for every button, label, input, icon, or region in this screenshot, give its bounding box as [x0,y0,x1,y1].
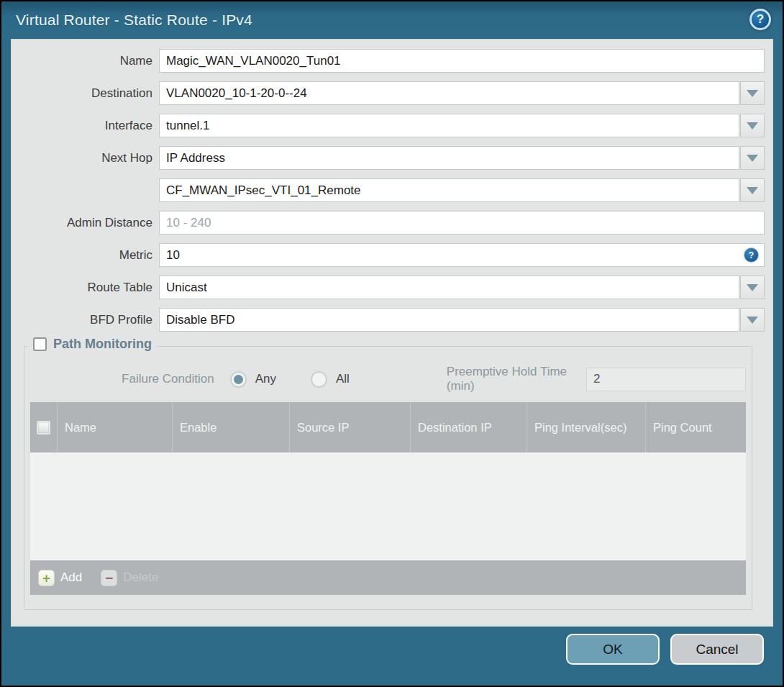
name-row: Name [12,49,765,73]
dialog-footer: OK Cancel [566,634,764,665]
column-header-enable[interactable]: Enable [173,402,290,452]
path-monitoring-table: Name Enable Source IP Destination IP Pin… [30,402,746,595]
add-button[interactable]: + Add [38,570,82,586]
next-hop-type-input[interactable] [159,146,739,170]
interface-row: Interface [12,114,765,137]
path-monitoring-fieldset: Path Monitoring Failure Condition Any Al… [24,346,752,610]
column-header-ping-interval[interactable]: Ping Interval(sec) [527,402,646,452]
next-hop-address-input[interactable] [159,178,739,202]
chevron-down-icon [747,284,758,291]
interface-dropdown-button[interactable] [740,114,765,137]
metric-help-icon[interactable]: ? [744,247,759,263]
preemptive-hold-time-input[interactable] [586,368,746,391]
failure-condition-all-radio[interactable]: All [311,371,350,388]
bfd-profile-dropdown-button[interactable] [740,308,765,332]
failure-condition-any-label: Any [255,372,276,386]
metric-row: Metric ? [12,243,765,267]
table-footer-toolbar: + Add − Delete [30,560,746,595]
admin-distance-label: Admin Distance [12,216,159,230]
path-monitoring-legend-label: Path Monitoring [53,337,152,352]
column-header-ping-count[interactable]: Ping Count [646,402,746,452]
delete-button-label: Delete [123,570,158,585]
delete-button[interactable]: − Delete [101,570,158,586]
interface-input[interactable] [159,114,739,137]
dialog-title: Virtual Router - Static Route - IPv4 [16,12,252,29]
metric-label: Metric [12,248,159,263]
ok-button[interactable]: OK [566,634,660,665]
name-label: Name [12,54,159,68]
column-header-destination-ip[interactable]: Destination IP [411,402,527,452]
route-table-label: Route Table [12,281,159,295]
path-monitoring-legend: Path Monitoring [27,337,158,352]
column-header-source-ip[interactable]: Source IP [290,402,411,452]
chevron-down-icon [747,122,758,129]
next-hop-address-row [12,178,765,202]
radio-unselected-icon [311,371,327,388]
chevron-down-icon [747,155,758,162]
interface-label: Interface [12,119,159,133]
destination-label: Destination [12,86,159,101]
path-monitoring-checkbox[interactable] [33,337,47,351]
failure-condition-row: Failure Condition Any All Preemptive Hol… [30,367,746,391]
cancel-button[interactable]: Cancel [670,634,764,665]
table-header-row: Name Enable Source IP Destination IP Pin… [30,402,746,452]
next-hop-row: Next Hop [12,146,765,170]
admin-distance-input[interactable] [159,211,765,235]
plus-icon: + [38,570,55,586]
preemptive-hold-time-label: Preemptive Hold Time (min) [447,365,580,393]
admin-distance-row: Admin Distance [12,211,765,235]
table-body-empty [30,452,746,560]
failure-condition-any-radio[interactable]: Any [230,371,276,388]
chevron-down-icon [747,90,758,97]
chevron-down-icon [747,187,758,194]
bfd-profile-input[interactable] [159,308,739,332]
radio-selected-icon [230,371,247,388]
select-all-checkbox[interactable] [37,421,50,435]
static-route-dialog: Virtual Router - Static Route - IPv4 ? N… [0,0,784,687]
route-table-dropdown-button[interactable] [740,276,765,299]
next-hop-label: Next Hop [12,151,159,165]
dialog-titlebar: Virtual Router - Static Route - IPv4 ? [1,1,783,38]
destination-row: Destination [12,81,765,105]
destination-input[interactable] [159,81,739,105]
column-header-name[interactable]: Name [58,402,173,452]
next-hop-type-dropdown-button[interactable] [740,146,765,170]
failure-condition-all-label: All [336,372,350,386]
chevron-down-icon [747,317,758,324]
failure-condition-label: Failure Condition [113,372,214,386]
add-button-label: Add [60,570,82,585]
bfd-profile-row: BFD Profile [12,308,765,332]
route-table-input[interactable] [159,276,739,299]
dialog-body-panel: Name Destination Interface Next Hop [11,39,773,627]
help-icon[interactable]: ? [749,9,771,30]
destination-dropdown-button[interactable] [740,81,765,105]
bfd-profile-label: BFD Profile [12,313,159,327]
name-input[interactable] [159,49,765,73]
next-hop-address-dropdown-button[interactable] [740,178,765,202]
route-table-row: Route Table [12,276,765,299]
metric-input[interactable] [159,243,765,267]
minus-icon: − [101,570,117,586]
